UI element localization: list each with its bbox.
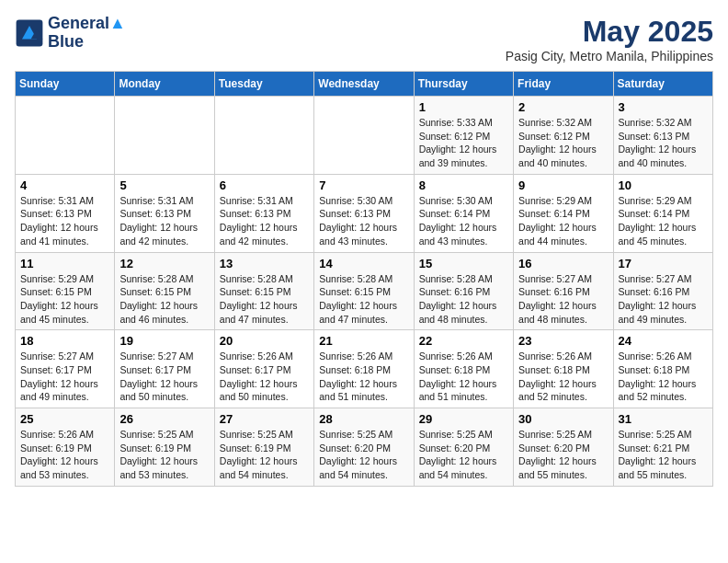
day-info: Sunrise: 5:32 AM Sunset: 6:13 PM Dayligh… xyxy=(619,116,708,170)
day-info: Sunrise: 5:25 AM Sunset: 6:20 PM Dayligh… xyxy=(319,428,408,482)
calendar-cell: 12Sunrise: 5:28 AM Sunset: 6:15 PM Dayli… xyxy=(115,252,214,330)
calendar-cell: 27Sunrise: 5:25 AM Sunset: 6:19 PM Dayli… xyxy=(214,408,313,487)
day-number: 30 xyxy=(518,412,608,426)
day-info: Sunrise: 5:31 AM Sunset: 6:13 PM Dayligh… xyxy=(119,194,209,248)
calendar-cell: 21Sunrise: 5:26 AM Sunset: 6:18 PM Dayli… xyxy=(314,330,414,408)
main-title: May 2025 xyxy=(506,15,713,49)
calendar-cell: 7Sunrise: 5:30 AM Sunset: 6:13 PM Daylig… xyxy=(314,174,414,252)
day-number: 22 xyxy=(419,334,508,348)
calendar-cell: 23Sunrise: 5:26 AM Sunset: 6:18 PM Dayli… xyxy=(514,330,613,408)
weekday-header: Monday xyxy=(115,72,214,97)
calendar-cell: 29Sunrise: 5:25 AM Sunset: 6:20 PM Dayli… xyxy=(414,408,513,487)
calendar-cell: 6Sunrise: 5:31 AM Sunset: 6:13 PM Daylig… xyxy=(214,174,313,252)
calendar-cell: 18Sunrise: 5:27 AM Sunset: 6:17 PM Dayli… xyxy=(16,330,115,408)
subtitle: Pasig City, Metro Manila, Philippines xyxy=(506,49,713,63)
calendar-cell: 11Sunrise: 5:29 AM Sunset: 6:15 PM Dayli… xyxy=(16,252,115,330)
day-info: Sunrise: 5:32 AM Sunset: 6:12 PM Dayligh… xyxy=(518,116,608,170)
calendar-week-row: 11Sunrise: 5:29 AM Sunset: 6:15 PM Dayli… xyxy=(16,252,713,330)
calendar-cell: 5Sunrise: 5:31 AM Sunset: 6:13 PM Daylig… xyxy=(115,174,214,252)
day-number: 10 xyxy=(619,178,708,192)
calendar-cell: 22Sunrise: 5:26 AM Sunset: 6:18 PM Dayli… xyxy=(414,330,513,408)
day-info: Sunrise: 5:25 AM Sunset: 6:21 PM Dayligh… xyxy=(619,428,708,482)
calendar-cell xyxy=(115,97,214,175)
day-info: Sunrise: 5:25 AM Sunset: 6:19 PM Dayligh… xyxy=(220,428,309,482)
day-number: 12 xyxy=(119,257,209,270)
day-number: 5 xyxy=(119,178,209,192)
day-number: 19 xyxy=(119,334,209,348)
day-number: 25 xyxy=(20,412,109,426)
day-number: 18 xyxy=(20,334,109,348)
weekday-header: Saturday xyxy=(613,72,712,97)
calendar-cell: 16Sunrise: 5:27 AM Sunset: 6:16 PM Dayli… xyxy=(514,252,613,330)
calendar-cell: 19Sunrise: 5:27 AM Sunset: 6:17 PM Dayli… xyxy=(115,330,214,408)
calendar-table: SundayMondayTuesdayWednesdayThursdayFrid… xyxy=(15,71,713,487)
day-number: 2 xyxy=(518,100,608,114)
calendar-cell: 25Sunrise: 5:26 AM Sunset: 6:19 PM Dayli… xyxy=(16,408,115,487)
weekday-header: Friday xyxy=(514,72,613,97)
day-info: Sunrise: 5:29 AM Sunset: 6:14 PM Dayligh… xyxy=(518,194,608,248)
day-info: Sunrise: 5:26 AM Sunset: 6:19 PM Dayligh… xyxy=(20,428,109,482)
day-info: Sunrise: 5:25 AM Sunset: 6:19 PM Dayligh… xyxy=(119,428,209,482)
day-info: Sunrise: 5:27 AM Sunset: 6:17 PM Dayligh… xyxy=(119,350,209,404)
day-number: 14 xyxy=(319,257,408,270)
calendar-cell: 10Sunrise: 5:29 AM Sunset: 6:14 PM Dayli… xyxy=(613,174,712,252)
title-block: May 2025 Pasig City, Metro Manila, Phili… xyxy=(506,15,713,63)
day-info: Sunrise: 5:28 AM Sunset: 6:16 PM Dayligh… xyxy=(419,272,508,327)
day-number: 4 xyxy=(20,178,109,192)
calendar-week-row: 4Sunrise: 5:31 AM Sunset: 6:13 PM Daylig… xyxy=(16,174,713,252)
calendar-cell: 13Sunrise: 5:28 AM Sunset: 6:15 PM Dayli… xyxy=(214,252,313,330)
day-number: 11 xyxy=(20,257,109,270)
day-info: Sunrise: 5:30 AM Sunset: 6:14 PM Dayligh… xyxy=(419,194,508,248)
logo-icon xyxy=(15,18,44,48)
day-number: 6 xyxy=(220,178,309,192)
calendar-week-row: 18Sunrise: 5:27 AM Sunset: 6:17 PM Dayli… xyxy=(16,330,713,408)
day-info: Sunrise: 5:26 AM Sunset: 6:18 PM Dayligh… xyxy=(619,350,708,404)
day-info: Sunrise: 5:26 AM Sunset: 6:18 PM Dayligh… xyxy=(319,350,408,404)
calendar-body: 1Sunrise: 5:33 AM Sunset: 6:12 PM Daylig… xyxy=(16,97,713,487)
calendar-cell: 3Sunrise: 5:32 AM Sunset: 6:13 PM Daylig… xyxy=(613,97,712,175)
calendar-cell xyxy=(214,97,313,175)
calendar-cell: 24Sunrise: 5:26 AM Sunset: 6:18 PM Dayli… xyxy=(613,330,712,408)
day-info: Sunrise: 5:28 AM Sunset: 6:15 PM Dayligh… xyxy=(319,272,408,327)
calendar-header-row: SundayMondayTuesdayWednesdayThursdayFrid… xyxy=(16,72,713,97)
day-info: Sunrise: 5:26 AM Sunset: 6:17 PM Dayligh… xyxy=(220,350,309,404)
calendar-cell: 14Sunrise: 5:28 AM Sunset: 6:15 PM Dayli… xyxy=(314,252,414,330)
day-number: 15 xyxy=(419,257,508,270)
calendar-cell xyxy=(314,97,414,175)
day-info: Sunrise: 5:26 AM Sunset: 6:18 PM Dayligh… xyxy=(419,350,508,404)
day-info: Sunrise: 5:33 AM Sunset: 6:12 PM Dayligh… xyxy=(419,116,508,170)
calendar-cell: 30Sunrise: 5:25 AM Sunset: 6:20 PM Dayli… xyxy=(514,408,613,487)
day-number: 21 xyxy=(319,334,408,348)
day-number: 9 xyxy=(518,178,608,192)
weekday-header: Sunday xyxy=(16,72,115,97)
day-number: 20 xyxy=(220,334,309,348)
day-number: 8 xyxy=(419,178,508,192)
day-number: 16 xyxy=(518,257,608,270)
day-info: Sunrise: 5:30 AM Sunset: 6:13 PM Dayligh… xyxy=(319,194,408,248)
day-info: Sunrise: 5:31 AM Sunset: 6:13 PM Dayligh… xyxy=(20,194,109,248)
day-number: 24 xyxy=(619,334,708,348)
day-number: 17 xyxy=(619,257,708,270)
logo: General▲ Blue xyxy=(15,15,126,52)
calendar-cell: 4Sunrise: 5:31 AM Sunset: 6:13 PM Daylig… xyxy=(16,174,115,252)
day-info: Sunrise: 5:25 AM Sunset: 6:20 PM Dayligh… xyxy=(419,428,508,482)
day-info: Sunrise: 5:29 AM Sunset: 6:15 PM Dayligh… xyxy=(20,272,109,327)
logo-text: General▲ Blue xyxy=(48,15,126,52)
day-number: 23 xyxy=(518,334,608,348)
day-number: 31 xyxy=(619,412,708,426)
calendar-cell: 26Sunrise: 5:25 AM Sunset: 6:19 PM Dayli… xyxy=(115,408,214,487)
day-info: Sunrise: 5:27 AM Sunset: 6:16 PM Dayligh… xyxy=(518,272,608,327)
weekday-header: Thursday xyxy=(414,72,513,97)
weekday-header: Tuesday xyxy=(214,72,313,97)
calendar-cell: 8Sunrise: 5:30 AM Sunset: 6:14 PM Daylig… xyxy=(414,174,513,252)
day-info: Sunrise: 5:28 AM Sunset: 6:15 PM Dayligh… xyxy=(220,272,309,327)
calendar-cell: 15Sunrise: 5:28 AM Sunset: 6:16 PM Dayli… xyxy=(414,252,513,330)
calendar-cell: 2Sunrise: 5:32 AM Sunset: 6:12 PM Daylig… xyxy=(514,97,613,175)
calendar-cell: 20Sunrise: 5:26 AM Sunset: 6:17 PM Dayli… xyxy=(214,330,313,408)
day-info: Sunrise: 5:26 AM Sunset: 6:18 PM Dayligh… xyxy=(518,350,608,404)
day-number: 28 xyxy=(319,412,408,426)
day-number: 27 xyxy=(220,412,309,426)
calendar-cell xyxy=(16,97,115,175)
day-info: Sunrise: 5:25 AM Sunset: 6:20 PM Dayligh… xyxy=(518,428,608,482)
day-number: 26 xyxy=(119,412,209,426)
